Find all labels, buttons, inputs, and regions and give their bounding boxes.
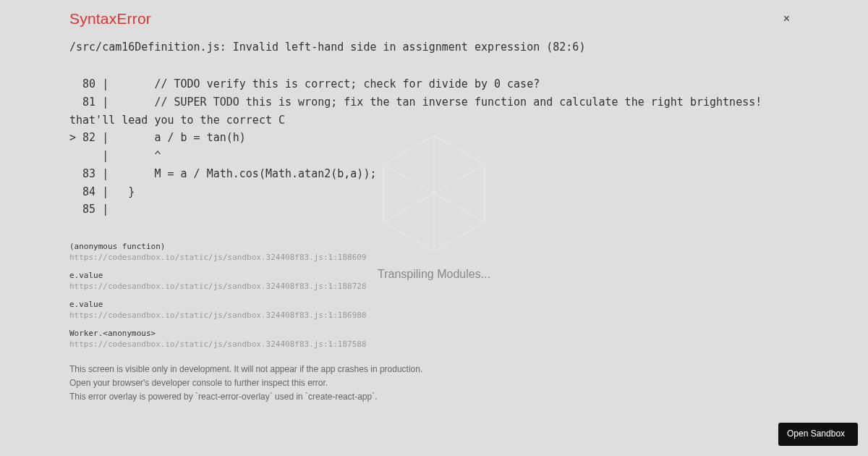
stack-trace: (anonymous function) https://codesandbox… xyxy=(69,242,799,349)
footer-note-3: This error overlay is powered by `react-… xyxy=(69,391,799,403)
stack-url: https://codesandbox.io/static/js/sandbox… xyxy=(69,339,799,349)
stack-frame: (anonymous function) https://codesandbox… xyxy=(69,242,799,262)
footer-notes: This screen is visible only in developme… xyxy=(69,363,799,402)
stack-frame: Worker.<anonymous> https://codesandbox.i… xyxy=(69,329,799,349)
stack-func-name: e.value xyxy=(69,300,799,309)
stack-func-name: Worker.<anonymous> xyxy=(69,329,799,338)
footer-note-1: This screen is visible only in developme… xyxy=(69,363,799,376)
stack-frame: e.value https://codesandbox.io/static/js… xyxy=(69,300,799,320)
stack-func-name: e.value xyxy=(69,271,799,280)
stack-frame: e.value https://codesandbox.io/static/js… xyxy=(69,271,799,291)
footer-note-2: Open your browser's developer console to… xyxy=(69,377,799,389)
error-overlay: × SyntaxError /src/cam16Definition.js: I… xyxy=(0,0,868,456)
stack-url: https://codesandbox.io/static/js/sandbox… xyxy=(69,253,799,262)
open-sandbox-button[interactable]: Open Sandbox xyxy=(778,423,858,446)
error-location: /src/cam16Definition.js: Invalid left-ha… xyxy=(69,41,799,54)
close-button[interactable]: × xyxy=(783,13,790,25)
stack-url: https://codesandbox.io/static/js/sandbox… xyxy=(69,282,799,291)
stack-url: https://codesandbox.io/static/js/sandbox… xyxy=(69,311,799,320)
error-title: SyntaxError xyxy=(69,10,799,28)
stack-func-name: (anonymous function) xyxy=(69,242,799,251)
code-snippet: 80 | // TODO verify this is correct; che… xyxy=(69,75,799,219)
